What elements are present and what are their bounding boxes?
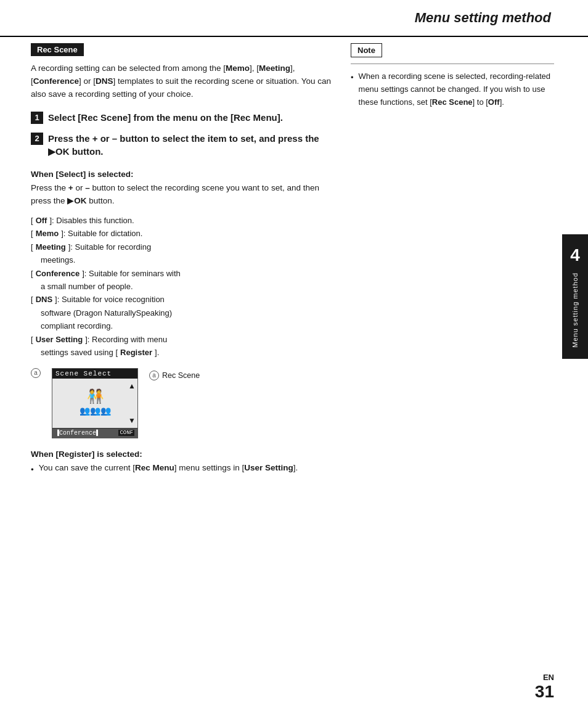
- when-select-desc: Press the + or – button to select the re…: [31, 182, 332, 208]
- step-2: 2 Press the + or – button to select the …: [31, 132, 332, 159]
- register-list: • You can save the current [Rec Menu] me…: [31, 462, 332, 477]
- annotation-a-right: a: [149, 371, 159, 380]
- option-conference-cont: a small number of people.: [41, 280, 332, 293]
- option-dns: [DNS]: Suitable for voice recognition: [31, 293, 332, 306]
- caption-rec-scene: Rec Scene: [162, 371, 200, 380]
- note-divider: [351, 64, 554, 64]
- left-column: Rec Scene A recording setting can be sel…: [31, 43, 332, 665]
- page-header: Menu setting method: [0, 0, 588, 37]
- when-register-section: When [Register] is selected: • You can s…: [31, 449, 332, 477]
- conf-label: ▐Conference▌: [55, 430, 100, 437]
- language-label: EN: [543, 673, 554, 682]
- option-conference: [Conference]: Suitable for seminars with: [31, 267, 332, 280]
- option-dns-cont2: compliant recording.: [41, 319, 332, 332]
- option-dns-cont1: software (Dragon NaturallySpeaking): [41, 306, 332, 319]
- register-item-1: • You can save the current [Rec Menu] me…: [31, 462, 332, 477]
- scroll-up-icon: ▲: [128, 382, 136, 390]
- page-number: 31: [535, 682, 554, 702]
- right-column: Note • When a recording scene is selecte…: [351, 43, 554, 665]
- person-icon-large: 🧑‍🤝‍🧑: [87, 388, 104, 404]
- chapter-tab: 4 Menu setting method: [562, 234, 588, 359]
- step-1-number: 1: [31, 112, 43, 124]
- note-item-1-text: When a recording scene is selected, reco…: [359, 70, 554, 109]
- conf-icon: CONF: [118, 430, 134, 436]
- scroll-down-icon: ▼: [128, 416, 136, 425]
- option-memo: [Memo]: Suitable for dictation.: [31, 227, 332, 240]
- chapter-number: 4: [570, 245, 580, 265]
- note-item-1: • When a recording scene is selected, re…: [351, 70, 554, 109]
- step-1-text: Select [Rec Scene] from the menu on the …: [48, 111, 283, 125]
- option-meeting-cont: meetings.: [41, 253, 332, 266]
- note-bullet-dot: •: [351, 72, 354, 84]
- intro-text: A recording setting can be selected from…: [31, 62, 332, 101]
- chapter-label: Menu setting method: [571, 273, 579, 348]
- note-badge: Note: [351, 43, 382, 57]
- device-screen: Scene Select ▲ 🧑‍🤝‍🧑 👥👥👥 ▼ ▐Conference▌ …: [52, 368, 138, 438]
- screen-footer: ▐Conference▌ CONF: [52, 428, 137, 438]
- step-2-text: Press the + or – button to select the it…: [48, 132, 332, 159]
- step-2-number: 2: [31, 133, 43, 145]
- device-image-area: a Scene Select ▲ 🧑‍🤝‍🧑 👥👥👥 ▼: [31, 368, 332, 438]
- people-row-icon: 👥👥👥: [80, 406, 111, 416]
- option-meeting: [Meeting]: Suitable for recording: [31, 240, 332, 253]
- page-footer: EN 31: [535, 673, 554, 702]
- when-select-section: When [Select] is selected: Press the + o…: [31, 170, 332, 359]
- caption-line-a: a Rec Scene: [149, 371, 200, 380]
- when-select-title: When [Select] is selected:: [31, 170, 332, 179]
- screen-title: Scene Select: [52, 369, 137, 379]
- bullet-icon: •: [31, 464, 34, 477]
- when-register-title: When [Register] is selected:: [31, 449, 332, 459]
- step-1: 1 Select [Rec Scene] from the menu on th…: [31, 111, 332, 125]
- section-badge: Rec Scene: [31, 43, 84, 56]
- option-user-setting: [User Setting]: Recording with menu: [31, 333, 332, 346]
- screen-body: ▲ 🧑‍🤝‍🧑 👥👥👥 ▼: [52, 379, 137, 428]
- annotation-a-left: a: [31, 368, 41, 378]
- device-caption: a Rec Scene: [149, 368, 200, 380]
- main-content: Rec Scene A recording setting can be sel…: [31, 43, 554, 665]
- option-off: [Off]: Disables this function.: [31, 214, 332, 227]
- page-title: Menu setting method: [415, 10, 551, 26]
- note-section: • When a recording scene is selected, re…: [351, 70, 554, 109]
- register-item-1-text: You can save the current [Rec Menu] menu…: [39, 462, 298, 475]
- option-user-setting-cont: settings saved using [Register].: [41, 346, 332, 359]
- options-list: [Off]: Disables this function. [Memo]: S…: [31, 214, 332, 359]
